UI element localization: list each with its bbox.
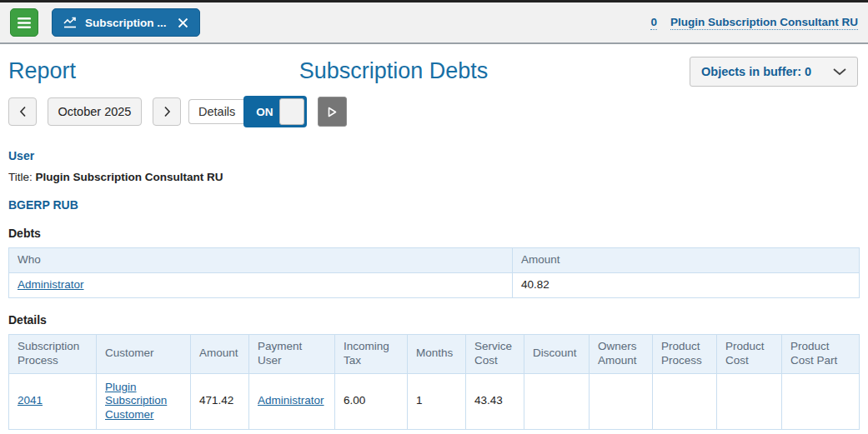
top-bar: Subscription ... 0 Plugin Subscription C… [0, 0, 868, 44]
details-col-months: Months [408, 334, 466, 373]
cell-discount [524, 373, 590, 430]
debts-col-amount: Amount [513, 248, 860, 273]
cell-incoming-tax: 6.00 [335, 373, 408, 430]
buffer-button-label: Objects in buffer: 0 [701, 65, 811, 78]
user-title-line: Title: Plugin Subscription Consultant RU [8, 171, 860, 183]
debts-table-row: Administrator 40.82 [9, 272, 860, 297]
report-toolbar: October 2025 Details ON [8, 96, 860, 127]
details-col-product-cost: Product Cost [717, 334, 782, 373]
details-col-customer: Customer [97, 334, 191, 373]
report-title: Subscription Debts [299, 55, 489, 87]
cell-amount: 471.42 [191, 373, 249, 430]
cell-product-cost [717, 373, 782, 430]
next-month-button[interactable] [153, 97, 181, 126]
main-content: Report Subscription Debts Objects in buf… [0, 55, 868, 430]
customer-link[interactable]: Plugin Subscription Customer [105, 381, 167, 422]
chevron-right-icon [163, 106, 171, 117]
close-icon[interactable] [178, 17, 188, 28]
cell-subscription-process: 2041 [9, 373, 97, 430]
page-title: Report [8, 55, 76, 87]
debts-heading: Debts [8, 227, 860, 240]
account-heading: BGERP RUB [8, 198, 860, 212]
details-toggle-control: Details ON [188, 96, 307, 127]
cell-product-cost-part [782, 373, 860, 430]
debts-header-row: Who Amount [9, 248, 860, 273]
debtor-link[interactable]: Administrator [18, 278, 84, 291]
details-col-product-process: Product Process [653, 334, 717, 373]
user-section-heading: User [8, 149, 860, 162]
details-col-payment-user: Payment User [249, 334, 335, 373]
details-col-owners-amount: Owners Amount [590, 334, 653, 373]
chevron-left-icon [19, 106, 27, 117]
cell-customer: Plugin Subscription Customer [97, 373, 191, 430]
cell-service-cost: 43.43 [466, 373, 524, 430]
run-report-button[interactable] [318, 97, 347, 127]
details-col-service-cost: Service Cost [466, 334, 524, 373]
page-header: Report Subscription Debts Objects in buf… [8, 55, 860, 88]
menu-button[interactable] [10, 8, 38, 37]
debts-table: Who Amount Administrator 40.82 [8, 247, 860, 298]
details-table: Subscription Process Customer Amount Pay… [8, 334, 860, 430]
details-toggle-label: Details [188, 99, 244, 124]
toggle-on-label: ON [256, 106, 273, 118]
details-col-incoming-tax: Incoming Tax [335, 334, 408, 373]
debts-cell-amount: 40.82 [513, 272, 860, 297]
chevron-down-icon [833, 68, 846, 76]
details-col-discount: Discount [524, 334, 590, 373]
details-heading: Details [8, 313, 860, 327]
tab-subscription-report[interactable]: Subscription ... [52, 8, 200, 37]
buffer-count-link[interactable]: 0 [650, 16, 657, 30]
details-col-product-cost-part: Product Cost Part [782, 334, 860, 373]
user-title-label: Title: [8, 171, 33, 183]
details-table-row: 2041 Plugin Subscription Customer 471.42… [9, 373, 860, 430]
user-title-value: Plugin Subscription Consultant RU [36, 171, 223, 183]
details-col-subscription-process: Subscription Process [9, 334, 97, 373]
debts-col-who: Who [9, 248, 513, 273]
details-col-amount: Amount [191, 334, 249, 373]
topbar-right: 0 Plugin Subscription Consultant RU [650, 16, 858, 30]
objects-in-buffer-dropdown[interactable]: Objects in buffer: 0 [690, 57, 858, 87]
payment-user-link[interactable]: Administrator [258, 394, 324, 407]
details-header-row: Subscription Process Customer Amount Pay… [9, 334, 860, 373]
details-toggle-switch[interactable]: ON [243, 96, 307, 127]
month-selector-button[interactable]: October 2025 [48, 97, 142, 126]
hamburger-icon [17, 17, 32, 29]
play-icon [327, 106, 338, 118]
debts-cell-who: Administrator [9, 272, 513, 297]
tab-label: Subscription ... [85, 17, 167, 29]
toggle-knob[interactable] [279, 98, 304, 125]
cell-payment-user: Administrator [249, 373, 335, 430]
cell-months: 1 [408, 373, 466, 430]
current-user-link[interactable]: Plugin Subscription Consultant RU [670, 16, 858, 30]
subscription-process-link[interactable]: 2041 [18, 394, 43, 407]
chart-line-icon [63, 17, 78, 29]
cell-owners-amount [590, 373, 653, 430]
cell-product-process [653, 373, 717, 430]
prev-month-button[interactable] [8, 97, 37, 126]
